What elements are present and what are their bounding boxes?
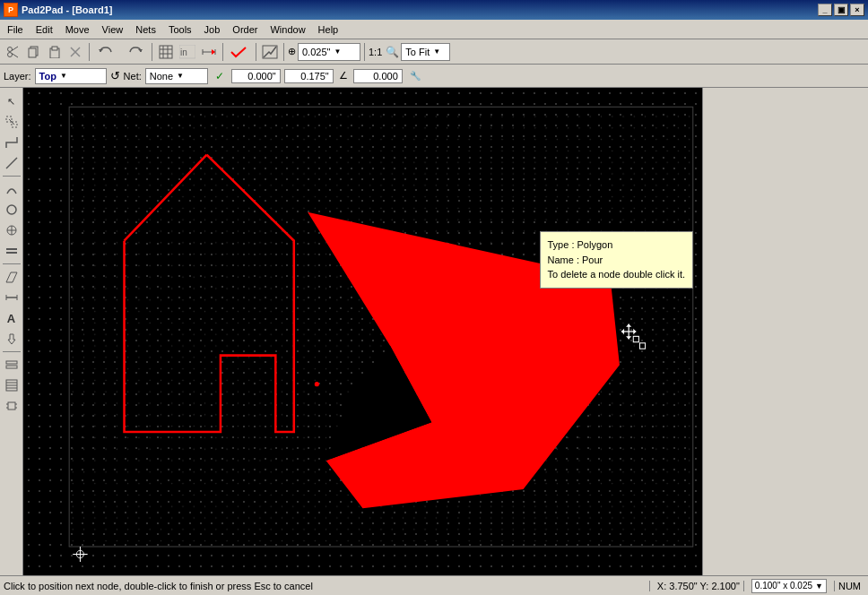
- snap-display-value: 0.100" x 0.025: [755, 581, 812, 591]
- drc-indicator: 🔧: [410, 71, 421, 81]
- cut-button[interactable]: [4, 42, 23, 62]
- svg-marker-22: [212, 49, 215, 55]
- menu-order[interactable]: Order: [227, 22, 263, 37]
- zoom-icon: 🔍: [386, 46, 399, 58]
- grid-icon: [159, 45, 173, 59]
- sep2: [152, 43, 152, 61]
- select-tool-button[interactable]: ↖: [2, 91, 22, 111]
- text-tool-button[interactable]: A: [2, 308, 22, 328]
- measure-icon: [5, 291, 18, 304]
- component-button[interactable]: [2, 396, 22, 416]
- net-dropdown[interactable]: None ▼: [145, 68, 208, 84]
- menu-job[interactable]: Job: [199, 22, 226, 37]
- zoom-display: 1:1 🔍 To Fit ▼: [369, 43, 450, 61]
- minimize-button[interactable]: _: [818, 4, 832, 16]
- canvas-area[interactable]: Type : Polygon Name : Pour To delete a n…: [23, 88, 702, 575]
- snap-button[interactable]: [199, 42, 219, 62]
- menu-file[interactable]: File: [2, 22, 29, 37]
- snap-dropdown-arrow: ▼: [334, 47, 341, 56]
- snap-dropdown[interactable]: 0.025" ▼: [298, 43, 360, 61]
- zoom-dropdown[interactable]: To Fit ▼: [401, 43, 450, 61]
- svg-rect-12: [160, 46, 172, 58]
- route-wire-button[interactable]: [2, 133, 22, 152]
- erase-button[interactable]: [2, 267, 22, 287]
- sep1: [89, 43, 90, 61]
- layers-icon: [5, 358, 18, 371]
- app-icon: P: [4, 3, 18, 17]
- paste-button[interactable]: [45, 42, 65, 62]
- route-wire-icon: [5, 136, 18, 149]
- redo-button[interactable]: [121, 42, 148, 62]
- title-bar: P Pad2Pad - [Board1] _ ▣ ×: [0, 0, 868, 20]
- erase-icon: [5, 271, 18, 283]
- menu-view[interactable]: View: [97, 22, 129, 37]
- svg-point-57: [466, 329, 471, 333]
- canvas-svg: [23, 88, 702, 575]
- title-controls: _ ▣ ×: [818, 4, 864, 16]
- paste-icon: [48, 46, 61, 58]
- refresh-icon[interactable]: ↺: [110, 69, 120, 82]
- undo-button[interactable]: [93, 42, 120, 62]
- multi-select-icon: [5, 116, 18, 128]
- svg-point-56: [347, 458, 352, 462]
- scissors-icon: [7, 46, 20, 58]
- svg-line-2: [12, 47, 18, 51]
- copy-button[interactable]: [24, 42, 44, 62]
- svg-rect-39: [6, 366, 17, 368]
- main-area: ↖: [0, 88, 868, 575]
- undo-redo-group: [93, 42, 148, 62]
- pan-tool-button[interactable]: [2, 329, 22, 349]
- snap-display-arrow: ▼: [815, 582, 823, 591]
- snap-icon: [201, 45, 217, 59]
- svg-text:in: in: [180, 47, 187, 57]
- menu-edit[interactable]: Edit: [30, 22, 58, 37]
- draw-line-button[interactable]: [2, 153, 22, 173]
- drc-button[interactable]: [227, 42, 252, 62]
- delete-button[interactable]: [65, 42, 85, 62]
- menu-nets[interactable]: Nets: [130, 22, 161, 37]
- layers-button[interactable]: [2, 355, 22, 375]
- circle-tool-button[interactable]: [2, 200, 22, 220]
- place-pad-button[interactable]: [2, 220, 22, 240]
- menu-tools[interactable]: Tools: [163, 22, 197, 37]
- layer-dropdown[interactable]: Top ▼: [35, 68, 107, 84]
- angle-value: 0.000: [353, 69, 403, 83]
- svg-rect-5: [29, 48, 36, 57]
- lt-sep1: [3, 176, 21, 177]
- snap-value-dropdown[interactable]: 0.100" x 0.025 ▼: [751, 579, 827, 593]
- multi-select-button[interactable]: [2, 112, 22, 132]
- svg-rect-44: [8, 402, 15, 410]
- design-rules-button[interactable]: [2, 375, 22, 395]
- svg-line-3: [12, 53, 18, 57]
- svg-point-1: [8, 52, 13, 56]
- coord1-value: 0.000": [231, 69, 281, 83]
- menu-window[interactable]: Window: [265, 22, 310, 37]
- close-button[interactable]: ×: [850, 4, 864, 16]
- copper-pour-button[interactable]: [2, 241, 22, 261]
- arc-tool-button[interactable]: [2, 179, 22, 199]
- redo-icon: [126, 46, 143, 58]
- sep3: [222, 43, 223, 61]
- status-coordinates: X: 3.750" Y: 2.100": [654, 581, 744, 591]
- right-panel: [702, 88, 868, 575]
- to-fit-dropdown-arrow: ▼: [433, 47, 440, 56]
- menu-help[interactable]: Help: [313, 22, 344, 37]
- tooltip-line1: Type : Polygon: [548, 237, 686, 253]
- to-fit-label: To Fit: [405, 47, 430, 57]
- arc-icon: [5, 183, 18, 195]
- grid-button[interactable]: [156, 42, 176, 62]
- measure-button[interactable]: [2, 288, 22, 307]
- delete-icon: [69, 46, 82, 58]
- layer-bar: Layer: Top ▼ ↺ Net: None ▼ ✓ 0.000" 0.17…: [0, 65, 868, 88]
- svg-line-27: [6, 158, 17, 168]
- edit-tools-group: [4, 42, 85, 62]
- tooltip-line3: To delete a node double click it.: [548, 267, 686, 282]
- restore-button[interactable]: ▣: [834, 4, 848, 16]
- route-button[interactable]: [260, 42, 280, 62]
- units-button[interactable]: in: [178, 42, 197, 62]
- menu-move[interactable]: Move: [60, 22, 95, 37]
- design-rules-icon: [5, 379, 18, 392]
- angle-icon: ∠: [339, 70, 348, 82]
- layer-label: Layer:: [4, 71, 31, 82]
- sep4: [256, 43, 256, 61]
